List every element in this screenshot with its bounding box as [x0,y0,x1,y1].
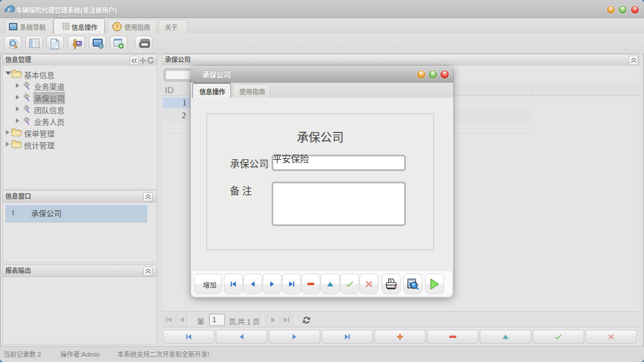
svg-text:?: ? [116,24,119,30]
